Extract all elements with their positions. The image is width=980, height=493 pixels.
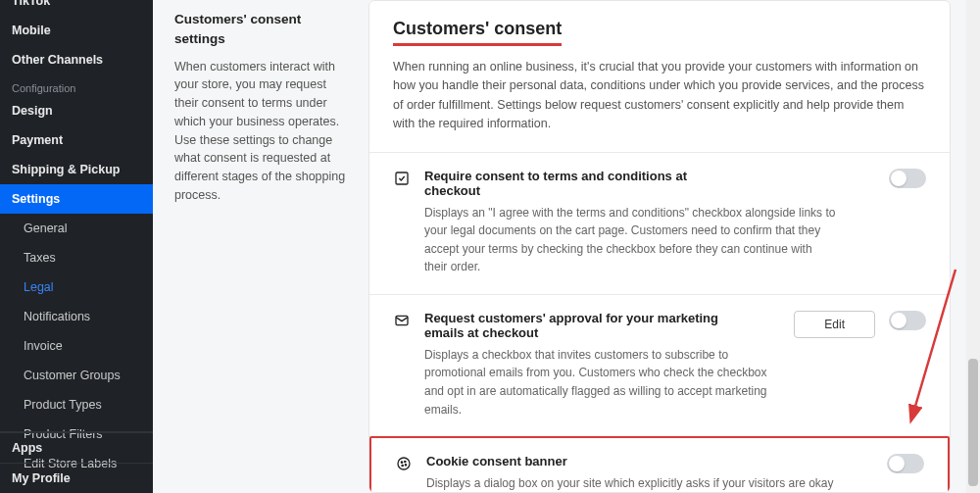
sidebar-sub-general[interactable]: General [0, 214, 153, 243]
edit-button[interactable]: Edit [794, 311, 875, 338]
svg-point-2 [398, 458, 410, 469]
sidebar: TikTok Mobile Other Channels Configurati… [0, 0, 153, 493]
sidebar-item-shipping-pickup[interactable]: Shipping & Pickup [0, 155, 153, 184]
row-desc: Displays an "I agree with the terms and … [424, 204, 836, 276]
scrollbar-thumb[interactable] [968, 359, 978, 486]
svg-point-5 [402, 466, 403, 467]
checkbox-checked-icon [393, 169, 411, 186]
sidebar-item-settings[interactable]: Settings [0, 184, 153, 214]
scrollbar[interactable] [966, 0, 980, 493]
left-col-body: When customers interact with your store,… [174, 58, 353, 205]
row-title: Request customers' approval for your mar… [424, 311, 738, 340]
sidebar-item-my-profile[interactable]: My Profile [0, 463, 153, 493]
svg-point-6 [405, 465, 406, 466]
svg-rect-0 [396, 173, 408, 184]
toggle-terms[interactable] [889, 169, 926, 188]
consent-row-marketing: Request customers' approval for your mar… [369, 295, 950, 437]
row-title: Cookie consent banner [426, 454, 740, 468]
envelope-icon [393, 311, 411, 328]
consent-row-terms: Require consent to terms and conditions … [369, 153, 950, 295]
left-column: Customers' consent settings When custome… [174, 10, 353, 205]
consent-row-cookie: Cookie consent banner Displays a dialog … [369, 436, 950, 493]
svg-point-4 [405, 462, 406, 463]
sidebar-item-other-channels[interactable]: Other Channels [0, 45, 153, 74]
row-title: Require consent to terms and conditions … [424, 169, 738, 198]
sidebar-item-tiktok[interactable]: TikTok [0, 0, 153, 16]
cookie-icon [395, 454, 413, 471]
sidebar-item-design[interactable]: Design [0, 96, 153, 125]
sidebar-sub-product-types[interactable]: Product Types [0, 390, 153, 419]
sidebar-item-mobile[interactable]: Mobile [0, 16, 153, 45]
page-title: Customers' consent [393, 19, 562, 46]
sidebar-sub-legal[interactable]: Legal [0, 272, 153, 302]
row-desc: Displays a dialog box on your site which… [426, 474, 838, 493]
svg-point-3 [401, 462, 402, 463]
sidebar-sub-invoice[interactable]: Invoice [0, 331, 153, 361]
main-panel: Customers' consent When running an onlin… [368, 0, 951, 493]
sidebar-item-payment[interactable]: Payment [0, 125, 153, 155]
sidebar-sub-notifications[interactable]: Notifications [0, 302, 153, 331]
left-col-title: Customers' consent settings [174, 10, 353, 50]
page-intro: When running an online business, it's cr… [393, 58, 926, 134]
row-desc: Displays a checkbox that invites custome… [424, 346, 772, 419]
toggle-marketing[interactable] [889, 311, 926, 330]
toggle-cookie[interactable] [887, 454, 924, 473]
sidebar-section-label-configuration: Configuration [0, 74, 153, 96]
sidebar-sub-taxes[interactable]: Taxes [0, 243, 153, 272]
sidebar-sub-customer-groups[interactable]: Customer Groups [0, 361, 153, 390]
sidebar-item-apps[interactable]: Apps [0, 432, 153, 463]
